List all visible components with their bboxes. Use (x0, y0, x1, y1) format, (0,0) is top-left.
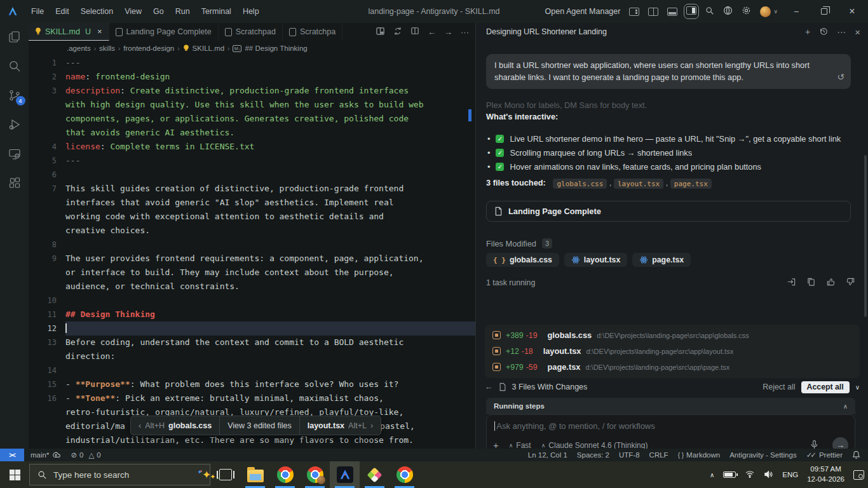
git-branch[interactable]: main* (31, 451, 60, 459)
customize-layout-icon[interactable] (629, 8, 639, 16)
editor-line[interactable]: 6 (29, 168, 475, 182)
battery-icon[interactable] (723, 471, 736, 478)
editor-line[interactable]: 9The user provides frontend requirements… (29, 252, 475, 266)
editor-line[interactable]: 4license: Complete terms in LICENSE.txt (29, 140, 475, 154)
breadcrumb-item-agents[interactable]: .agents (67, 44, 91, 52)
panel-scrollbar[interactable] (864, 155, 867, 317)
split-editor-icon[interactable] (410, 27, 419, 37)
prev-edited-file-button[interactable]: ‹ Alt+H globals.css (131, 416, 220, 435)
next-edited-file-button[interactable]: layout.tsx Alt+L › (300, 416, 381, 435)
wifi-icon[interactable] (745, 470, 755, 479)
nav-forward-icon[interactable]: → (444, 27, 452, 37)
menu-selection[interactable]: Selection (75, 7, 119, 16)
status-crlf[interactable]: CRLF (649, 451, 668, 459)
tab-skill-md[interactable]: SKILL.mdU× (29, 23, 109, 41)
diff-row-globals-css[interactable]: +389-19globals.cssd:\DEV\projects\landin… (485, 327, 860, 343)
menu-run[interactable]: Run (170, 7, 196, 16)
file-chip-layout-tsx[interactable]: layout.tsx (564, 253, 627, 267)
artifact-card[interactable]: Landing Page Complete (486, 201, 851, 222)
open-agent-manager-button[interactable]: Open Agent Manager (545, 7, 621, 16)
tab-scratchpa[interactable]: Scratchpa (283, 23, 342, 41)
editor-line[interactable]: interfaces that avoid generic "AI slop" … (29, 196, 475, 210)
taskbar-app-chrome-1[interactable] (270, 461, 300, 488)
taskbar-app-task-view[interactable] (210, 461, 240, 488)
tab-scratchpad[interactable]: Scratchpad (219, 23, 283, 41)
menu-view[interactable]: View (119, 7, 147, 16)
editor-line[interactable]: 5--- (29, 154, 475, 168)
open-changes-icon[interactable] (376, 27, 385, 37)
close-icon[interactable]: × (843, 6, 862, 17)
menu-edit[interactable]: Edit (50, 7, 75, 16)
start-button[interactable] (0, 461, 29, 488)
editor-line[interactable]: 8 (29, 238, 475, 252)
status-utf-8[interactable]: UTF-8 (619, 451, 640, 459)
clock[interactable]: 09:57 AM 12-04-2026 (807, 464, 844, 484)
breadcrumb-item-frontend-design[interactable]: frontend-design (123, 44, 174, 52)
editor-line[interactable]: 3description: Create distinctive, produc… (29, 84, 475, 98)
diff-row-layout-tsx[interactable]: +12-18layout.tsxd:\DEV\projects\landing-… (485, 343, 860, 359)
activitybar-search-icon[interactable] (7, 58, 22, 74)
activitybar-run-debug-icon[interactable] (7, 117, 22, 132)
editor[interactable]: 1---2name: frontend-design3description: … (29, 56, 475, 449)
taskbar-app-antigravity[interactable] (330, 461, 360, 488)
editor-line[interactable]: direction: (29, 349, 475, 363)
language-indicator[interactable]: ENG (782, 471, 798, 478)
search-icon[interactable] (705, 6, 714, 17)
breadcrumb-item-design-thinking[interactable]: ## Design Thinking (245, 44, 307, 52)
activitybar-source-control-icon[interactable]: 4 (7, 88, 22, 103)
touched-file-page-tsx[interactable]: page.tsx (670, 179, 712, 189)
editor-line[interactable]: with high design quality. Use this skill… (29, 98, 475, 112)
status-markdown[interactable]: { }Markdown (678, 451, 721, 459)
close-icon[interactable]: × (97, 27, 102, 36)
status-prettier[interactable]: ✓✓Prettier (806, 451, 843, 459)
taskbar-app-chrome-profile[interactable] (300, 461, 330, 488)
editor-line[interactable]: 7This skill guides creation of distincti… (29, 182, 475, 196)
new-conversation-icon[interactable]: + (805, 27, 810, 37)
status-antigravity-settings[interactable]: Antigravity - Settings (729, 451, 796, 459)
minimize-icon[interactable]: − (787, 6, 806, 17)
problems-indicator[interactable]: ⊘0 △0 (71, 451, 100, 459)
account-menu[interactable]: ∨ (760, 6, 778, 17)
editor-line[interactable]: components, pages, or applications. Gene… (29, 112, 475, 126)
running-steps-bar[interactable]: Running steps ∧ (486, 398, 855, 414)
reject-all-button[interactable]: Reject all (763, 383, 795, 391)
menu-go[interactable]: Go (147, 7, 170, 16)
editor-line[interactable]: 13Before coding, understand the context … (29, 336, 475, 349)
agent-icon[interactable] (723, 6, 733, 17)
editor-line[interactable]: 14 (29, 363, 475, 377)
accept-all-button[interactable]: Accept all (801, 381, 850, 393)
editor-line[interactable]: 10 (29, 294, 475, 308)
breadcrumb-item-skills[interactable]: skills (99, 44, 115, 52)
close-icon[interactable]: × (855, 27, 860, 37)
status-ln-12-col-1[interactable]: Ln 12, Col 1 (528, 451, 567, 459)
breadcrumb-item-skill-md[interactable]: SKILL.md (193, 44, 225, 52)
thumbs-down-icon[interactable] (846, 277, 855, 288)
file-chip-globals-css[interactable]: { }globals.css (486, 253, 559, 267)
editor-line[interactable]: audience, or technical constraints. (29, 280, 475, 294)
touched-file-layout-tsx[interactable]: layout.tsx (614, 179, 663, 189)
touched-file-globals-css[interactable]: globals.css (553, 179, 607, 189)
editor-line[interactable]: industrial/utilitarian, etc. There are s… (29, 433, 475, 447)
editor-line[interactable]: that avoids generic AI aesthetics. (29, 126, 475, 140)
collapse-icon[interactable]: ∧ (843, 403, 848, 410)
editor-line[interactable]: 12 (29, 322, 475, 336)
taskbar-search[interactable]: Type here to search ✦✦✦ (29, 464, 210, 485)
status-spaces-2[interactable]: Spaces: 2 (577, 451, 609, 459)
revert-icon[interactable]: ↺ (837, 71, 844, 83)
sync-icon[interactable] (393, 27, 402, 37)
editor-line[interactable]: 11## Design Thinking (29, 308, 475, 322)
menu-terminal[interactable]: Terminal (196, 7, 237, 16)
nav-back-icon[interactable]: ← (485, 383, 493, 391)
editor-line[interactable]: 16- **Tone**: Pick an extreme: brutally … (29, 391, 475, 405)
editor-line[interactable]: working code with exceptional attention … (29, 210, 475, 224)
volume-icon[interactable] (764, 470, 773, 480)
split-editor-icon[interactable] (648, 8, 658, 16)
tab-landing-page-complete[interactable]: Landing Page Complete (109, 23, 219, 41)
history-icon[interactable] (819, 27, 828, 37)
nav-back-icon[interactable]: ← (428, 27, 436, 37)
notification-icon[interactable] (853, 470, 864, 480)
taskbar-app-dev-app[interactable] (360, 461, 390, 488)
bell-icon[interactable] (852, 451, 860, 459)
chevron-up-icon[interactable]: ∧ (710, 471, 714, 478)
editor-line[interactable]: 15- **Purpose**: What problem does this … (29, 377, 475, 391)
